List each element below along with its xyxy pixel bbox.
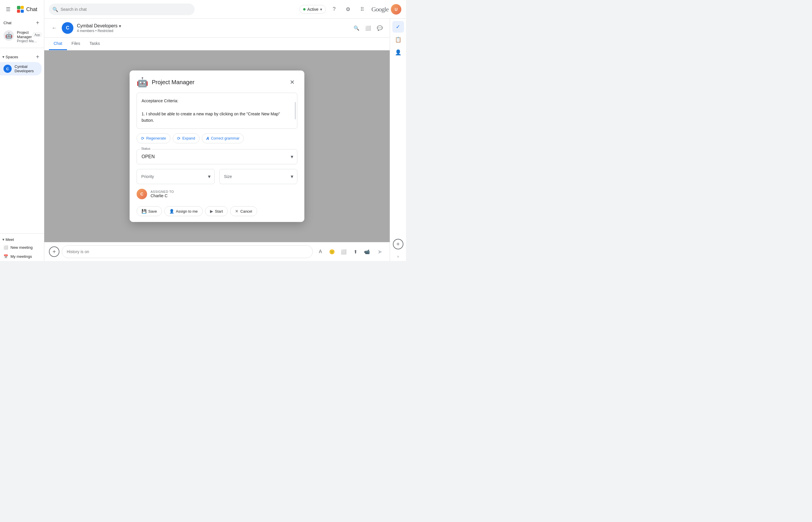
- hamburger-menu-button[interactable]: ☰: [2, 3, 14, 15]
- regenerate-button[interactable]: ⟳ Regenerate: [137, 134, 170, 143]
- user-avatar[interactable]: U: [391, 4, 401, 15]
- correct-grammar-button[interactable]: A Correct grammar: [202, 134, 244, 143]
- attachment-button[interactable]: ⬜: [339, 246, 349, 257]
- svg-rect-1: [21, 6, 24, 9]
- message-add-button[interactable]: +: [49, 246, 59, 257]
- priority-select[interactable]: Low Medium High: [137, 169, 215, 184]
- active-dot: [303, 8, 306, 11]
- channel-chat-button[interactable]: 💬: [374, 23, 385, 33]
- right-panel-add-button[interactable]: +: [393, 239, 403, 249]
- cancel-label: Cancel: [240, 209, 252, 214]
- search-input[interactable]: [49, 3, 195, 15]
- status-label: Active: [307, 7, 318, 12]
- tab-chat[interactable]: Chat: [49, 38, 67, 50]
- status-badge[interactable]: Active ▾: [299, 5, 326, 14]
- save-icon: 💾: [142, 209, 146, 214]
- spaces-chevron-icon: ▾: [2, 55, 4, 59]
- channel-chevron-icon: ▾: [119, 23, 121, 29]
- cancel-button[interactable]: ✕ Cancel: [230, 206, 257, 216]
- project-manager-avatar: 🤖: [3, 30, 14, 41]
- svg-rect-0: [17, 6, 20, 9]
- message-input[interactable]: [62, 245, 313, 258]
- left-sidebar: ☰ Chat Chat + 🤖: [0, 0, 44, 261]
- assigned-avatar: C: [137, 189, 147, 199]
- regenerate-icon: ⟳: [141, 136, 144, 141]
- back-button[interactable]: ←: [49, 23, 59, 33]
- app-layout: ☰ Chat Chat + 🤖: [0, 0, 406, 261]
- modal-content-text: Acceptance Criteria: 1. I should be able…: [142, 98, 292, 124]
- status-select[interactable]: OPEN IN PROGRESS DONE: [137, 149, 297, 164]
- modal-overlay: 🤖 Project Manager ✕ Acceptance Criteria:…: [44, 51, 390, 242]
- send-button[interactable]: ➤: [374, 246, 385, 257]
- modal-body: Acceptance Criteria: 1. I should be able…: [129, 93, 304, 204]
- modal-title: Project Manager: [152, 79, 287, 86]
- expand-label: Expand: [182, 136, 195, 140]
- sidebar-item-project-manager[interactable]: 🤖 Project Manager App Project Manager: S…: [0, 28, 42, 45]
- chat-section-label: Chat: [3, 21, 12, 25]
- save-button[interactable]: 💾 Save: [137, 206, 162, 216]
- meet-chevron-icon: ▾: [2, 237, 4, 242]
- expand-button[interactable]: ⟳ Expand: [173, 134, 200, 143]
- svg-rect-2: [17, 9, 20, 13]
- assigned-name: Charlie C: [150, 194, 174, 198]
- modal-close-button[interactable]: ✕: [287, 77, 297, 87]
- channel-view-button[interactable]: ⬜: [363, 23, 373, 33]
- modal-dialog: 🤖 Project Manager ✕ Acceptance Criteria:…: [129, 71, 304, 222]
- save-label: Save: [148, 209, 157, 214]
- my-meetings-icon: 📅: [3, 254, 8, 259]
- modal-header: 🤖 Project Manager ✕: [129, 71, 304, 93]
- pm-label: Project Manager: [17, 30, 32, 39]
- format-text-button[interactable]: A: [315, 246, 326, 257]
- assign-label: Assign to me: [176, 209, 198, 214]
- pm-app-badge: App: [33, 33, 42, 37]
- assign-to-me-button[interactable]: 👤 Assign to me: [164, 206, 203, 216]
- google-logo: Google: [371, 5, 388, 13]
- spaces-label: Spaces: [5, 55, 18, 59]
- modal-content-area[interactable]: Acceptance Criteria: 1. I should be able…: [137, 93, 297, 129]
- channel-avatar: C: [62, 22, 74, 34]
- expand-icon: ⟳: [177, 136, 181, 141]
- status-chevron-icon: ▾: [320, 7, 322, 12]
- correct-grammar-icon: A: [206, 136, 209, 141]
- chat-logo-icon: [16, 5, 24, 14]
- settings-button[interactable]: ⚙: [342, 3, 354, 15]
- app-title: Chat: [26, 6, 37, 13]
- channel-search-button[interactable]: 🔍: [351, 23, 362, 33]
- channel-title: Cymbal Developers: [77, 23, 118, 28]
- new-meeting-label: New meeting: [11, 245, 33, 249]
- right-panel-task-icon-button[interactable]: ✓: [392, 21, 404, 33]
- sidebar-item-new-meeting[interactable]: ⬜ New meeting: [0, 243, 42, 252]
- cymbal-label: Cymbal Developers: [15, 64, 38, 73]
- status-field-container: Status OPEN IN PROGRESS DONE ▾: [137, 149, 297, 164]
- start-button[interactable]: ▶ Start: [205, 206, 228, 216]
- start-icon: ▶: [210, 209, 213, 214]
- pm-description: Project Manager: Sent an attachment: [17, 39, 38, 43]
- help-button[interactable]: ?: [328, 3, 340, 15]
- start-label: Start: [215, 209, 223, 214]
- hamburger-icon: ☰: [6, 6, 11, 13]
- emoji-button[interactable]: 🙂: [327, 246, 337, 257]
- apps-button[interactable]: ⠿: [356, 3, 368, 15]
- add-chat-button[interactable]: +: [34, 19, 42, 27]
- size-select[interactable]: Small Medium Large: [219, 169, 297, 184]
- upload-button[interactable]: ⬆: [350, 246, 361, 257]
- video-button[interactable]: 📹: [362, 246, 372, 257]
- search-icon: 🔍: [53, 6, 58, 12]
- add-space-button[interactable]: +: [34, 53, 42, 61]
- tab-files[interactable]: Files: [67, 38, 85, 50]
- modal-bot-icon: 🤖: [137, 76, 148, 88]
- tab-tasks[interactable]: Tasks: [85, 38, 105, 50]
- cymbal-avatar: C: [3, 65, 12, 73]
- correct-grammar-label: Correct grammar: [211, 136, 239, 140]
- right-panel-yellow-icon-button[interactable]: 📋: [392, 34, 404, 45]
- right-panel-chevron-icon: ›: [397, 254, 399, 259]
- my-meetings-label: My meetings: [11, 254, 32, 259]
- meet-label: Meet: [5, 237, 14, 242]
- sidebar-item-cymbal-developers[interactable]: C Cymbal Developers: [0, 62, 42, 76]
- status-field-label: Status: [140, 147, 151, 150]
- regenerate-label: Regenerate: [146, 136, 166, 140]
- cancel-icon: ✕: [235, 209, 239, 214]
- right-panel-blue-icon-button[interactable]: 👤: [392, 47, 404, 58]
- sidebar-item-my-meetings[interactable]: 📅 My meetings: [0, 252, 42, 261]
- svg-rect-3: [21, 9, 24, 13]
